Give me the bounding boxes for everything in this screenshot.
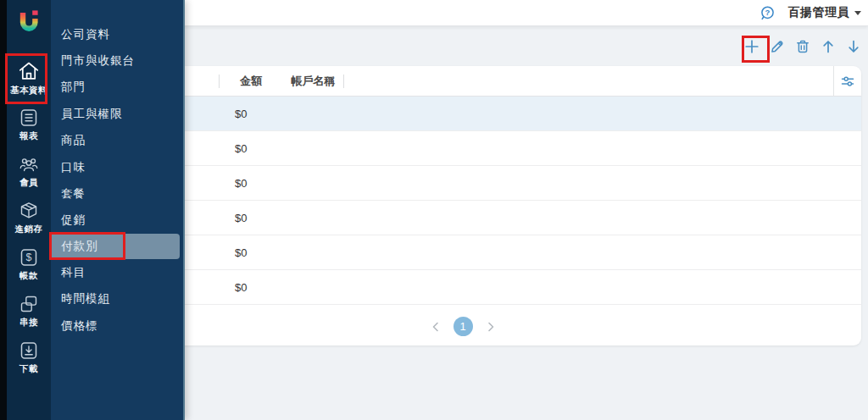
pencil-icon	[769, 38, 786, 55]
sidebar-item-integration[interactable]: 串接	[7, 287, 51, 334]
amount-cell: $0	[220, 131, 282, 165]
flyout-item-payment-types[interactable]: 付款別	[51, 234, 180, 259]
sidebar-item-members[interactable]: 會員	[7, 147, 51, 194]
sidebar-item-accounts[interactable]: $ 帳款	[7, 240, 51, 287]
sidebar-nav: 基本資料 報表 會員	[7, 54, 51, 380]
flyout-item-flavors[interactable]: 口味	[51, 154, 183, 180]
sidebar-item-basic-data[interactable]: 基本資料	[7, 54, 51, 101]
sidebar-item-reports[interactable]: 報表	[7, 101, 51, 147]
sidebar: 基本資料 報表 會員	[0, 0, 51, 420]
page-1-button[interactable]: 1	[453, 317, 473, 336]
account-cell	[282, 235, 344, 269]
sidebar-item-label: 帳款	[19, 270, 38, 282]
move-up-button[interactable]	[819, 37, 837, 56]
edit-button[interactable]	[768, 37, 787, 56]
question-circle-icon: ?	[760, 5, 776, 21]
add-button[interactable]	[743, 37, 761, 56]
flyout-item-subjects[interactable]: 科目	[51, 259, 183, 285]
chevron-left-icon	[431, 322, 441, 332]
sidebar-item-label: 串接	[19, 317, 38, 329]
chevron-right-icon	[486, 322, 496, 332]
amount-cell: $0	[220, 235, 282, 269]
prev-page-button[interactable]	[429, 320, 442, 334]
help-button[interactable]: ?	[760, 4, 776, 21]
move-down-button[interactable]	[844, 37, 863, 56]
account-cell	[282, 166, 344, 200]
inventory-box-icon	[18, 200, 40, 222]
plus-icon	[743, 38, 760, 55]
chevron-down-icon	[854, 11, 861, 15]
basic-data-flyout-menu: 公司資料 門市與收銀台 部門 員工與權限 商品 口味 套餐 促銷 付款別 科目 …	[51, 0, 185, 420]
arrow-down-icon	[845, 38, 862, 55]
account-cell	[282, 97, 344, 130]
sidebar-item-label: 基本資料	[10, 85, 47, 97]
app-logo	[7, 8, 51, 35]
flyout-item-staff-permissions[interactable]: 員工與權限	[51, 101, 183, 127]
members-icon	[18, 153, 40, 175]
amount-cell: $0	[220, 201, 282, 235]
svg-text:$: $	[26, 251, 32, 263]
arrow-up-icon	[820, 38, 837, 55]
account-cell	[282, 270, 344, 304]
flyout-item-departments[interactable]: 部門	[51, 75, 183, 101]
flyout-item-company-info[interactable]: 公司資料	[51, 21, 183, 47]
column-settings-button[interactable]	[833, 66, 861, 96]
flyout-item-time-modules[interactable]: 時間模組	[51, 286, 183, 312]
amount-cell: $0	[220, 97, 282, 130]
integration-icon	[18, 293, 40, 315]
dollar-square-icon: $	[18, 246, 40, 268]
sidebar-item-download[interactable]: 下載	[7, 334, 51, 380]
flyout-item-price-tags[interactable]: 價格標	[51, 312, 183, 339]
flyout-item-products[interactable]: 商品	[51, 128, 183, 154]
amount-cell: $0	[220, 270, 282, 304]
trash-icon	[794, 38, 811, 55]
flyout-item-promotions[interactable]: 促銷	[51, 207, 183, 234]
sidebar-item-label: 報表	[19, 130, 38, 142]
user-menu[interactable]: 百揚管理員	[788, 5, 862, 20]
account-cell	[282, 201, 344, 235]
user-name: 百揚管理員	[788, 5, 850, 20]
account-cell	[282, 131, 344, 165]
amount-cell: $0	[220, 166, 282, 200]
sidebar-item-label: 下載	[19, 363, 38, 375]
report-icon	[18, 107, 40, 129]
flyout-item-combos[interactable]: 套餐	[51, 180, 183, 207]
next-page-button[interactable]	[484, 320, 498, 334]
sliders-icon	[840, 74, 855, 89]
u-gradient-logo-icon	[16, 8, 42, 35]
flyout-item-stores-registers[interactable]: 門市與收銀台	[51, 47, 183, 74]
sidebar-item-inventory[interactable]: 進銷存	[7, 194, 51, 240]
download-icon	[18, 340, 40, 362]
sidebar-item-label: 會員	[19, 177, 38, 189]
column-header-amount: 金額	[220, 66, 282, 96]
svg-text:?: ?	[765, 8, 771, 17]
sidebar-item-label: 進銷存	[15, 224, 43, 235]
home-icon	[17, 59, 41, 83]
column-header-account: 帳戶名稱	[282, 66, 344, 96]
delete-button[interactable]	[793, 37, 812, 56]
